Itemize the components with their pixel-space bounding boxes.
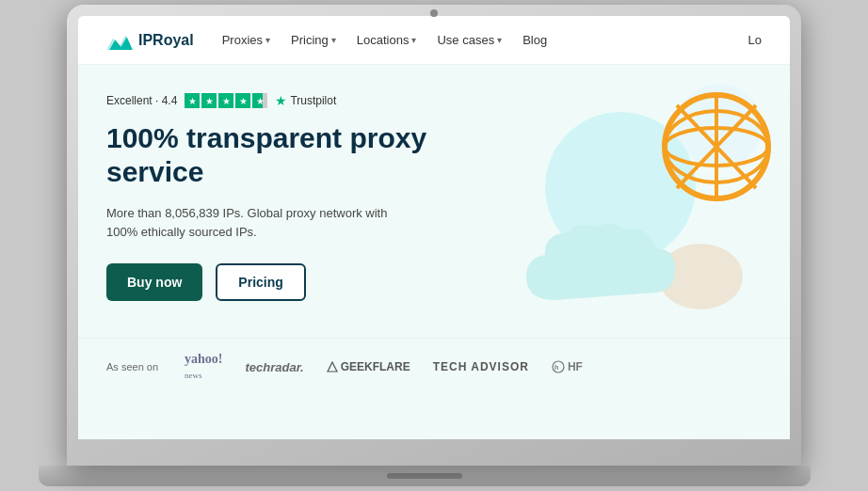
star-4: ★ <box>235 93 250 108</box>
star-1: ★ <box>185 93 200 108</box>
hero-buttons: Buy now Pricing <box>106 263 502 301</box>
nav-blog[interactable]: Blog <box>522 33 547 47</box>
logo-text: IPRoyal <box>138 32 194 49</box>
trust-rating: Excellent · 4.4 <box>106 94 177 107</box>
star-5-half: ★ <box>252 93 267 108</box>
nav-proxies[interactable]: Proxies ▾ <box>222 33 270 47</box>
as-seen-label: As seen on <box>106 361 158 372</box>
svg-text:h: h <box>555 364 558 371</box>
hero-subtitle: More than 8,056,839 IPs. Global proxy ne… <box>106 204 408 241</box>
nav-login[interactable]: Lo <box>748 33 762 47</box>
trust-stars: ★ ★ ★ ★ ★ <box>185 93 267 108</box>
nav-locations[interactable]: Locations ▾ <box>357 33 417 47</box>
chevron-down-icon: ▾ <box>331 35 336 45</box>
hero-section: Excellent · 4.4 ★ ★ ★ ★ ★ ★ Trustpilot <box>78 65 790 338</box>
trustpilot-row: Excellent · 4.4 ★ ★ ★ ★ ★ ★ Trustpilot <box>106 93 502 108</box>
laptop-screen-bezel: IPRoyal Proxies ▾ Pricing ▾ Locations ▾ <box>67 5 801 466</box>
brand-techradar: techradar. <box>246 360 304 374</box>
brand-logos: yahoo!news techradar. GEEKFLARE TECH ADV… <box>185 352 583 382</box>
logo[interactable]: IPRoyal <box>106 31 194 50</box>
trustpilot-icon: ★ <box>275 93 287 108</box>
nav-pricing[interactable]: Pricing ▾ <box>291 33 336 47</box>
laptop-frame: IPRoyal Proxies ▾ Pricing ▾ Locations ▾ <box>57 5 811 486</box>
chevron-down-icon: ▾ <box>411 35 416 45</box>
brand-yahoo: yahoo!news <box>185 352 222 382</box>
cloud-illustration <box>517 215 696 319</box>
star-2: ★ <box>201 93 217 108</box>
brand-geekflare: GEEKFLARE <box>327 360 410 373</box>
pricing-button[interactable]: Pricing <box>216 263 305 301</box>
trustpilot-label: ★ Trustpilot <box>275 93 336 108</box>
navbar: IPRoyal Proxies ▾ Pricing ▾ Locations ▾ <box>78 16 790 65</box>
buy-now-button[interactable]: Buy now <box>106 263 202 301</box>
svg-marker-8 <box>328 362 337 372</box>
chevron-down-icon: ▾ <box>497 35 502 45</box>
as-seen-on-section: As seen on yahoo!news techradar. GEEKFLA… <box>78 338 790 395</box>
chevron-down-icon: ▾ <box>265 35 270 45</box>
laptop-camera <box>430 9 438 17</box>
brand-tech-advisor: TECH ADVISOR <box>433 360 529 373</box>
globe-illustration <box>658 88 776 206</box>
nav-links: Proxies ▾ Pricing ▾ Locations ▾ Use case… <box>222 33 748 47</box>
brand-hf: h HF <box>552 360 583 373</box>
nav-use-cases[interactable]: Use cases ▾ <box>437 33 502 47</box>
hero-content: Excellent · 4.4 ★ ★ ★ ★ ★ ★ Trustpilot <box>106 93 502 319</box>
laptop-base-notch <box>387 473 462 479</box>
star-3: ★ <box>218 93 233 108</box>
browser-window: IPRoyal Proxies ▾ Pricing ▾ Locations ▾ <box>78 16 790 439</box>
logo-icon <box>106 31 133 50</box>
hero-illustration <box>507 74 790 338</box>
laptop-base <box>39 466 811 486</box>
hero-title: 100% transparent proxy service <box>106 121 502 189</box>
